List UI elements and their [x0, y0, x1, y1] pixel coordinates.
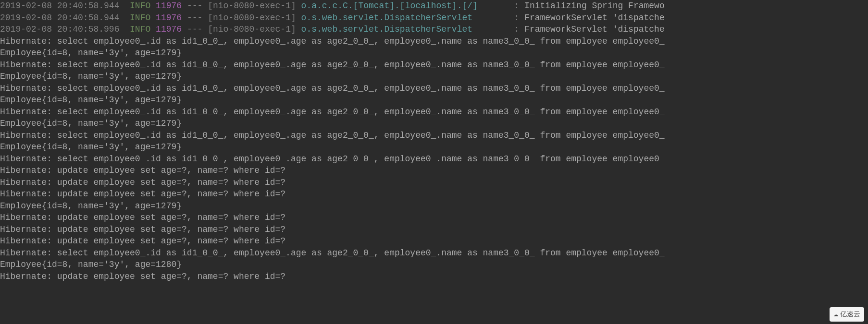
log-level: INFO [130, 13, 150, 23]
separator: --- [187, 24, 202, 34]
plain-log-line: Hibernate: select employee0_.id as id1_0… [0, 83, 868, 95]
timestamp: 2019-02-08 20:40:58.944 [0, 13, 119, 23]
thread-name: [nio-8080-exec-1] [208, 13, 296, 23]
plain-log-line: Hibernate: select employee0_.id as id1_0… [0, 59, 868, 71]
plain-log-line: Hibernate: update employee set age=?, na… [0, 235, 868, 247]
plain-log-line: Hibernate: update employee set age=?, na… [0, 188, 868, 200]
cloud-icon: ☁ [833, 309, 838, 321]
plain-log-line: Hibernate: update employee set age=?, na… [0, 271, 868, 283]
plain-log-line: Hibernate: update employee set age=?, na… [0, 165, 868, 177]
log-message: FrameworkServlet 'dispatche [524, 13, 665, 23]
console-log-output[interactable]: 2019-02-08 20:40:58.944 INFO 11976 --- [… [0, 0, 868, 282]
colon-sep: : [509, 13, 524, 23]
plain-log-line: Employee{id=8, name='3y', age=1279} [0, 94, 868, 106]
plain-log-line: Hibernate: select employee0_.id as id1_0… [0, 247, 868, 259]
spring-log-line: 2019-02-08 20:40:58.996 INFO 11976 --- [… [0, 24, 868, 36]
process-id: 11976 [156, 13, 182, 23]
plain-log-line: Employee{id=8, name='3y', age=1279} [0, 118, 868, 130]
spring-log-line: 2019-02-08 20:40:58.944 INFO 11976 --- [… [0, 12, 868, 24]
plain-log-line: Hibernate: update employee set age=?, na… [0, 224, 868, 236]
plain-log-line: Employee{id=8, name='3y', age=1280} [0, 259, 868, 271]
log-level: INFO [130, 1, 150, 11]
process-id: 11976 [156, 1, 182, 11]
colon-sep: : [509, 24, 524, 34]
plain-log-line: Hibernate: select employee0_.id as id1_0… [0, 130, 868, 142]
thread-name: [nio-8080-exec-1] [208, 24, 296, 34]
spring-log-line: 2019-02-08 20:40:58.944 INFO 11976 --- [… [0, 0, 868, 12]
plain-log-line: Employee{id=8, name='3y', age=1279} [0, 71, 868, 83]
separator: --- [187, 1, 202, 11]
plain-log-line: Employee{id=8, name='3y', age=1279} [0, 47, 868, 59]
watermark-text: 亿速云 [840, 309, 860, 321]
plain-log-line: Hibernate: select employee0_.id as id1_0… [0, 153, 868, 165]
log-message: FrameworkServlet 'dispatche [524, 24, 665, 34]
plain-log-line: Employee{id=8, name='3y', age=1279} [0, 141, 868, 153]
log-level: INFO [130, 24, 150, 34]
plain-log-line: Employee{id=8, name='3y', age=1279} [0, 200, 868, 212]
timestamp: 2019-02-08 20:40:58.996 [0, 24, 119, 34]
log-message: Initializing Spring Framewo [524, 1, 665, 11]
plain-log-line: Hibernate: update employee set age=?, na… [0, 212, 868, 224]
logger-name: o.a.c.c.C.[Tomcat].[localhost].[/] [301, 1, 509, 11]
timestamp: 2019-02-08 20:40:58.944 [0, 1, 119, 11]
process-id: 11976 [156, 24, 182, 34]
plain-log-line: Hibernate: select employee0_.id as id1_0… [0, 36, 868, 48]
colon-sep: : [509, 1, 524, 11]
logger-name: o.s.web.servlet.DispatcherServlet [301, 13, 509, 23]
plain-log-line: Hibernate: select employee0_.id as id1_0… [0, 106, 868, 118]
plain-log-line: Hibernate: update employee set age=?, na… [0, 177, 868, 189]
thread-name: [nio-8080-exec-1] [208, 1, 296, 11]
logger-name: o.s.web.servlet.DispatcherServlet [301, 24, 509, 34]
separator: --- [187, 13, 202, 23]
watermark-badge: ☁ 亿速云 [830, 307, 864, 322]
